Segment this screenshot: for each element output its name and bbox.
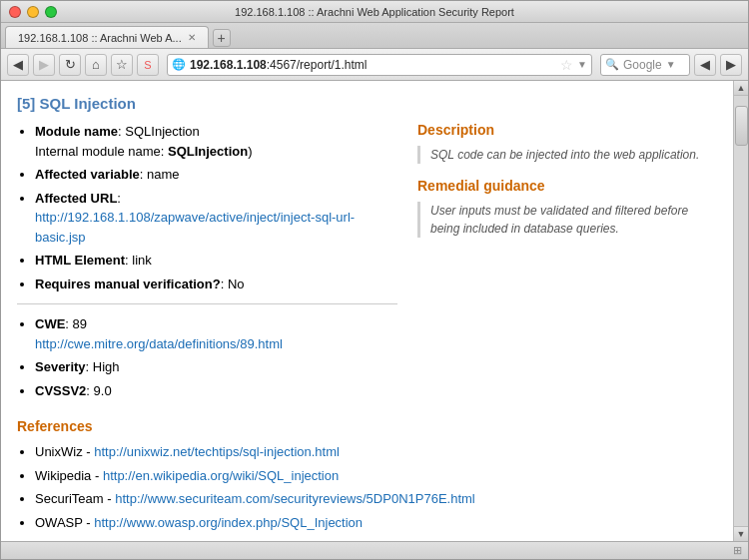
ref2-label: Wikipedia [35, 468, 91, 483]
severity-item: Severity: High [35, 357, 397, 377]
tab-close-icon[interactable]: ✕ [188, 32, 196, 43]
ref3-item: SecuriTeam - http://www.securiteam.com/s… [35, 489, 717, 509]
scrollbar: ▲ ▼ [733, 81, 748, 541]
tab-bar: 192.168.1.108 :: Arachni Web A... ✕ + [1, 23, 748, 49]
ref1-label: UnixWiz [35, 444, 83, 459]
affected-variable-value: name [147, 167, 180, 182]
search-placeholder: Google [623, 58, 662, 72]
remedial-text: User inputs must be validated and filter… [417, 202, 717, 238]
module-name-internal: SQLInjection [168, 144, 248, 159]
cwe-link[interactable]: http://cwe.mitre.org/data/definitions/89… [35, 336, 283, 351]
html-element-value: link [132, 253, 152, 268]
page-content: [5] SQL Injection Module name: SQLInject… [1, 81, 733, 541]
home-button[interactable]: ⌂ [85, 54, 107, 76]
forward-button[interactable]: ▶ [33, 54, 55, 76]
module-name-internal-prefix: Internal module name: [35, 144, 168, 159]
cwe-item: CWE: 89 http://cwe.mitre.org/data/defini… [35, 314, 397, 353]
window-title: 192.168.1.108 :: Arachni Web Application… [235, 6, 514, 18]
manual-verification-value: No [228, 277, 245, 291]
divider-1 [17, 303, 397, 304]
left-column: Module name: SQLInjection Internal modul… [17, 122, 397, 410]
section-title: [5] SQL Injection [17, 95, 717, 112]
affected-url-link[interactable]: http://192.168.1.108/zapwave/active/inje… [35, 210, 355, 245]
ref4-label: OWASP [35, 515, 83, 530]
address-bar[interactable]: 🌐 192.168.1.108:4567/report/1.html ☆ ▼ [167, 54, 592, 76]
search-bar[interactable]: 🔍 Google ▼ [600, 54, 690, 76]
description-text: SQL code can be injected into the web ap… [417, 146, 717, 164]
cve-list: CWE: 89 http://cwe.mitre.org/data/defini… [17, 314, 397, 400]
affected-variable-item: Affected variable: name [35, 165, 397, 185]
cwe-value: 89 [73, 316, 87, 331]
affected-variable-label: Affected variable [35, 167, 140, 182]
minimize-button[interactable] [27, 6, 39, 18]
affected-url-label: Affected URL [35, 191, 117, 206]
module-name-label: Module name [35, 124, 118, 139]
severity-label: Severity [35, 359, 86, 374]
remedial-title: Remedial guidance [417, 178, 717, 194]
description-title: Description [417, 122, 717, 138]
search-logo-icon: 🔍 [605, 58, 619, 71]
references-title: References [17, 418, 717, 434]
ref1-link[interactable]: http://unixwiz.net/techtips/sql-injectio… [94, 444, 340, 459]
ref4-link[interactable]: http://www.owasp.org/index.php/SQL_Injec… [94, 515, 363, 530]
nav-extra-right[interactable]: ▶ [720, 54, 742, 76]
cwe-label: CWE [35, 316, 65, 331]
resize-handle[interactable]: ⊞ [733, 544, 742, 557]
ref4-item: OWASP - http://www.owasp.org/index.php/S… [35, 513, 717, 533]
close-button[interactable] [9, 6, 21, 18]
scroll-track[interactable] [734, 96, 748, 526]
info-list: Module name: SQLInjection Internal modul… [17, 122, 397, 293]
right-column: Description SQL code can be injected int… [417, 122, 717, 410]
html-element-label: HTML Element [35, 253, 125, 268]
address-lock-icon: 🌐 [172, 58, 186, 71]
scroll-down-button[interactable]: ▼ [734, 526, 749, 541]
back-button[interactable]: ◀ [7, 54, 29, 76]
search-dropdown-icon[interactable]: ▼ [666, 59, 676, 70]
reload-button[interactable]: ↻ [59, 54, 81, 76]
severity-value: High [93, 359, 120, 374]
window-controls [9, 6, 57, 18]
main-columns: Module name: SQLInjection Internal modul… [17, 122, 717, 410]
ref2-link[interactable]: http://en.wikipedia.org/wiki/SQL_injecti… [103, 468, 339, 483]
html-element-item: HTML Element: link [35, 251, 397, 271]
ref1-item: UnixWiz - http://unixwiz.net/techtips/sq… [35, 442, 717, 462]
module-name-value: SQLInjection [125, 124, 199, 139]
maximize-button[interactable] [45, 6, 57, 18]
favorite-icon[interactable]: ☆ [560, 57, 573, 73]
ref3-link[interactable]: http://www.securiteam.com/securityreview… [115, 491, 475, 506]
module-name-item: Module name: SQLInjection Internal modul… [35, 122, 397, 161]
bookmark-button[interactable]: ☆ [111, 54, 133, 76]
manual-verification-item: Requires manual verification?: No [35, 275, 397, 294]
manual-verification-label: Requires manual verification? [35, 277, 221, 291]
title-bar: 192.168.1.108 :: Arachni Web Application… [1, 1, 748, 23]
nav-extra-left[interactable]: ◀ [694, 54, 716, 76]
tab-active[interactable]: 192.168.1.108 :: Arachni Web A... ✕ [5, 26, 209, 48]
address-bold-part: 192.168.1.108 [190, 58, 267, 72]
cvssv2-value: 9.0 [94, 383, 112, 398]
tab-label: 192.168.1.108 :: Arachni Web A... [18, 32, 182, 44]
browser-window: 192.168.1.108 :: Arachni Web Application… [0, 0, 749, 560]
address-path-part: :4567/report/1.html [267, 58, 368, 72]
address-host: 192.168.1.108:4567/report/1.html [190, 58, 554, 72]
new-tab-button[interactable]: + [213, 29, 231, 47]
scroll-up-button[interactable]: ▲ [734, 81, 749, 96]
content-area: [5] SQL Injection Module name: SQLInject… [1, 81, 748, 541]
nav-bar: ◀ ▶ ↻ ⌂ ☆ S 🌐 192.168.1.108:4567/report/… [1, 49, 748, 81]
status-bar: ⊞ [1, 541, 748, 559]
scroll-thumb[interactable] [735, 106, 748, 146]
security-icon[interactable]: S [137, 54, 159, 76]
address-dropdown-icon[interactable]: ▼ [577, 59, 587, 70]
affected-url-item: Affected URL: http://192.168.1.108/zapwa… [35, 189, 397, 248]
ref3-label: SecuriTeam [35, 491, 104, 506]
cvssv2-label: CVSSV2 [35, 383, 86, 398]
cvssv2-item: CVSSV2: 9.0 [35, 381, 397, 401]
references-list: UnixWiz - http://unixwiz.net/techtips/sq… [17, 442, 717, 532]
ref2-item: Wikipedia - http://en.wikipedia.org/wiki… [35, 466, 717, 486]
